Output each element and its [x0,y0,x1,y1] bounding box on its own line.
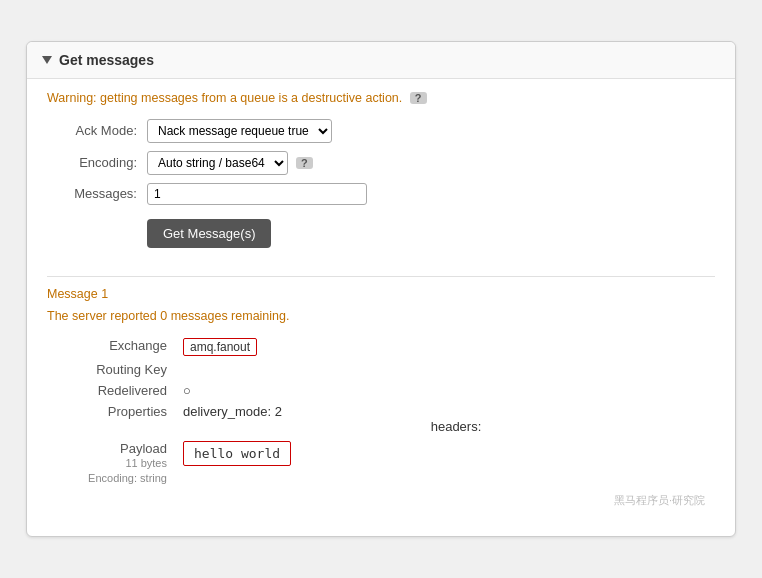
properties-line1: delivery_mode: 2 [183,404,709,419]
encoding-select[interactable]: Auto string / base64 base64 [147,151,288,175]
divider1 [47,276,715,277]
panel-header: Get messages [27,42,735,79]
messages-input[interactable] [147,183,367,205]
warning-help-badge[interactable]: ? [410,92,427,104]
watermark: 黑马程序员·研究院 [47,493,715,508]
exchange-label: Exchange [47,335,177,359]
payload-value: hello world [183,441,291,466]
payload-bytes: 11 bytes [53,456,167,471]
get-messages-button[interactable]: Get Message(s) [147,219,271,248]
properties-label: Properties [47,401,177,437]
panel-body: Warning: getting messages from a queue i… [27,79,735,521]
routing-key-value [177,359,715,380]
panel-title: Get messages [59,52,154,68]
get-messages-panel: Get messages Warning: getting messages f… [26,41,736,538]
routing-key-label: Routing Key [47,359,177,380]
redelivered-row: Redelivered ○ [47,380,715,401]
encoding-row: Encoding: Auto string / base64 base64 ? [47,151,715,175]
collapse-icon[interactable] [42,56,52,64]
message-info-table: Exchange amq.fanout Routing Key Redelive… [47,335,715,490]
properties-row: Properties delivery_mode: 2 headers: [47,401,715,437]
ack-mode-row: Ack Mode: Nack message requeue true Ack … [47,119,715,143]
server-report: The server reported 0 messages remaining… [47,309,715,323]
payload-encoding: Encoding: string [53,471,167,486]
ack-mode-label: Ack Mode: [47,123,137,138]
redelivered-value: ○ [177,380,715,401]
encoding-help-badge[interactable]: ? [296,157,313,169]
routing-key-row: Routing Key [47,359,715,380]
messages-label: Messages: [47,186,137,201]
redelivered-label: Redelivered [47,380,177,401]
message-section-label: Message 1 [47,287,715,301]
properties-line2: headers: [183,419,709,434]
ack-mode-select[interactable]: Nack message requeue true Ack message re… [147,119,332,143]
messages-row: Messages: [47,183,715,205]
payload-row: Payload 11 bytes Encoding: string hello … [47,437,715,490]
warning-text: Warning: getting messages from a queue i… [47,91,715,105]
encoding-label: Encoding: [47,155,137,170]
exchange-value: amq.fanout [183,338,257,356]
exchange-row: Exchange amq.fanout [47,335,715,359]
get-button-row: Get Message(s) [147,213,715,262]
payload-label: Payload [53,441,167,456]
